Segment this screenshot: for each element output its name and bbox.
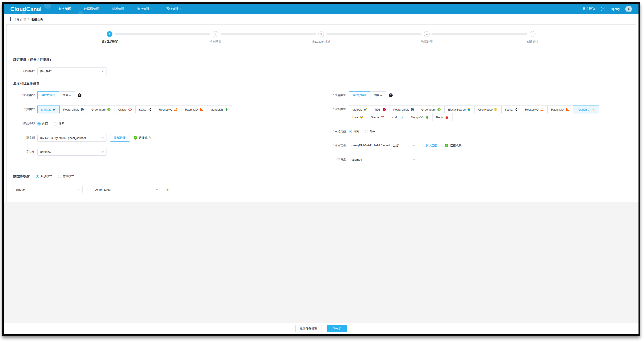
hive-icon xyxy=(360,115,364,119)
cluster-select[interactable]: 默认集群 xyxy=(38,67,107,75)
target-type-rabbitmq-button[interactable]: RabbitMQ xyxy=(548,106,573,113)
source-deploy-aliyun-button[interactable]: 阿里云 xyxy=(59,91,75,99)
source-instance-label: *源实例 xyxy=(13,134,38,142)
source-type-greenplum-button[interactable]: Greenplum xyxy=(88,106,114,113)
source-type-rocketmq-button[interactable]: RocketMQ xyxy=(155,106,181,113)
kafka-icon xyxy=(148,108,152,111)
cluster-select-value: 默认集群 xyxy=(40,69,52,73)
target-type-polardbx-button[interactable]: PolarDB-X xyxy=(573,106,599,113)
nav-item-tasks[interactable]: 任务管理 xyxy=(59,7,71,11)
source-deploy-self-built-button[interactable]: 自建数据库 xyxy=(38,91,59,99)
navbar-right: 寻求帮助 ? liqiang xyxy=(582,6,632,12)
target-type-kudu-button[interactable]: Kudu xyxy=(388,113,407,121)
type-button-label: RocketMQ xyxy=(159,108,172,111)
target-network-internet-radio[interactable]: 外网 xyxy=(365,128,376,135)
question-circle-icon[interactable]: ? xyxy=(601,7,605,11)
target-network-row: *网络类型内网外网 xyxy=(324,128,629,135)
target-type-postgresql-button[interactable]: PostgreSQL xyxy=(390,106,418,113)
source-column: *部署类型自建数据库阿里云?*源类型MySQLPostgreSQLGreenpl… xyxy=(13,91,318,162)
step-number-badge: 1 xyxy=(107,31,112,37)
required-asterisk: * xyxy=(333,130,334,133)
plus-circle-icon[interactable]: + xyxy=(165,187,170,192)
target-deploy-group: 自建数据库阿里云 xyxy=(349,91,386,99)
mapping-mode-default-radio[interactable]: 默认模式 xyxy=(36,172,52,180)
success-check-icon: ✓ xyxy=(134,136,137,140)
source-type-mongodb-button[interactable]: MongoDB xyxy=(207,106,232,113)
target-type-mongodb-button[interactable]: MongoDB xyxy=(407,113,433,121)
db-columns: *部署类型自建数据库阿里云?*源类型MySQLPostgreSQLGreenpl… xyxy=(13,91,629,170)
nav-item-system[interactable]: 系统管理 xyxy=(166,7,182,11)
source-network-intranet-radio[interactable]: 内网 xyxy=(38,120,48,128)
nav-item-monitor[interactable]: 监控管理 xyxy=(137,7,154,11)
page-title: 创建任务 xyxy=(31,17,43,21)
type-button-label: PolarDB-X xyxy=(576,108,590,111)
source-type-postgresql-button[interactable]: PostgreSQL xyxy=(60,106,88,113)
source-instance-select[interactable]: my-6716s8rryux1366 (local_source) xyxy=(38,134,107,142)
target-type-label: *目标类型 xyxy=(324,106,349,113)
avatar[interactable] xyxy=(625,6,632,12)
target-charset-select[interactable]: utf8mb4 xyxy=(349,156,418,163)
target-network-intranet-radio[interactable]: 内网 xyxy=(349,128,359,135)
target-charset-value: utf8mb4 xyxy=(352,158,362,161)
target-type-rocketmq-button[interactable]: RocketMQ xyxy=(521,106,548,113)
help-question-icon[interactable]: ? xyxy=(389,93,393,97)
cluster-label: 绑定集群 xyxy=(13,67,38,75)
target-type-mysql-button[interactable]: MySQL xyxy=(349,106,371,113)
mapping-source-select[interactable]: dingtax xyxy=(13,186,82,193)
type-button-label: TiDB xyxy=(374,108,380,111)
breadcrumb-parent[interactable]: 任务管理 xyxy=(14,17,26,21)
target-deploy-self-built-button[interactable]: 自建数据库 xyxy=(349,91,370,99)
background-fill xyxy=(4,202,638,323)
radio-icon xyxy=(365,130,368,133)
target-type-elasticsearch-button[interactable]: ElasticSearch xyxy=(444,106,474,113)
nav-item-datasources[interactable]: 数据源管理 xyxy=(84,7,99,11)
target-deploy-label: *部署类型 xyxy=(324,91,349,99)
required-asterisk: * xyxy=(333,93,334,97)
rabbitmq-icon xyxy=(566,108,569,111)
source-connection-status: ✓连接成功! xyxy=(134,134,151,142)
help-link[interactable]: 寻求帮助 xyxy=(582,7,595,11)
target-type-oracle-button[interactable]: Oracle xyxy=(367,113,388,121)
target-type-tidb-button[interactable]: TiDBTi xyxy=(371,106,390,113)
source-type-oracle-button[interactable]: Oracle xyxy=(114,106,135,113)
chevron-down-icon xyxy=(156,188,158,191)
mapping-target-select[interactable]: polarx_target xyxy=(92,186,161,193)
target-instance-select[interactable]: pox-g85vh6e911r1o14 (polardbx自建) xyxy=(349,142,418,149)
source-charset-select[interactable]: utf8mb4 xyxy=(38,148,107,156)
tidb-icon: Ti xyxy=(382,108,386,111)
source-type-label: *源类型 xyxy=(13,106,38,113)
nav-item-label: 任务管理 xyxy=(59,7,71,11)
radio-icon xyxy=(36,175,39,178)
back-to-tasks-button[interactable]: 返回任务管理 xyxy=(295,325,322,332)
wizard-footer: 返回任务管理 下一步 xyxy=(4,323,638,334)
next-step-button[interactable]: 下一步 xyxy=(326,325,347,332)
target-type-clickhouse-button[interactable]: ClickHouse xyxy=(474,106,502,113)
radio-icon xyxy=(349,130,352,133)
type-button-label: Kafka xyxy=(139,108,146,111)
db-section-title: 源库和目标库设置 xyxy=(13,82,629,86)
help-question-icon[interactable]: ? xyxy=(78,93,82,97)
target-deploy-aliyun-button[interactable]: 阿里云 xyxy=(370,91,386,99)
source-network-internet-radio[interactable]: 外网 xyxy=(54,120,64,128)
target-type-kafka-button[interactable]: Kafka xyxy=(502,106,522,113)
nav-item-machines[interactable]: 机器管理 xyxy=(112,7,124,11)
source-type-mysql-button[interactable]: MySQL xyxy=(38,106,60,113)
rabbitmq-icon xyxy=(200,108,203,111)
mapping-mode-tree-radio[interactable]: 树形模式 xyxy=(58,172,74,180)
source-instance-value: my-6716s8rryux1366 (local_source) xyxy=(40,136,86,140)
target-type-greenplum-button[interactable]: Greenplum xyxy=(418,106,444,113)
username[interactable]: liqiang xyxy=(611,7,620,11)
target-charset-row: *字符集utf8mb4 xyxy=(324,156,629,163)
target-type-hive-button[interactable]: Hive xyxy=(349,113,367,121)
cloudcanal-logo[interactable]: CloudCanal xyxy=(10,6,42,12)
source-type-rabbitmq-button[interactable]: RabbitMQ xyxy=(181,106,207,113)
target-test-connection-button[interactable]: 测试连接 xyxy=(421,142,441,149)
breadcrumb-separator: / xyxy=(28,17,29,21)
source-type-kafka-button[interactable]: Kafka xyxy=(135,106,156,113)
target-type-redis-button[interactable]: Redis xyxy=(432,113,452,121)
top-navbar: CloudCanal 任务管理数据源管理机器管理监控管理系统管理 寻求帮助 ? … xyxy=(4,4,638,14)
postgresql-icon xyxy=(410,108,414,111)
oracle-icon xyxy=(380,115,384,119)
source-test-connection-button[interactable]: 测试连接 xyxy=(110,134,130,142)
radio-label: 树形模式 xyxy=(63,172,74,180)
